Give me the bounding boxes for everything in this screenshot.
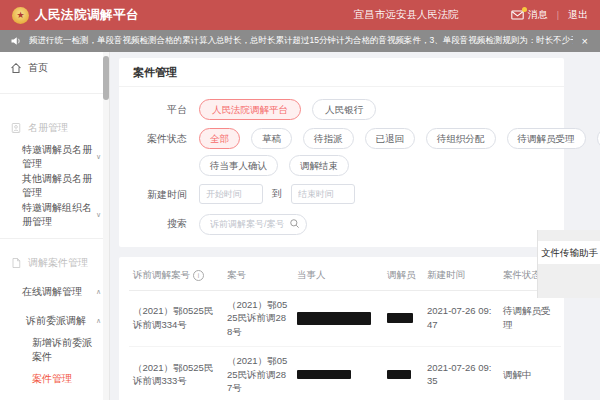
home-icon <box>10 62 22 74</box>
created-time-label: 新建时间 <box>131 184 187 205</box>
table-header-row: 诉前调解案号i 案号 当事人 调解员 新建时间 案件状态 <box>129 261 561 291</box>
sidebar-item-online-mediation-management[interactable]: 在线调解管理 ∧ <box>0 277 109 306</box>
sidebar-item-invited-mediator-roster[interactable]: 特邀调解员名册管理 ∨ <box>0 142 109 171</box>
redacted-party <box>297 370 351 379</box>
main-content: 案件管理 平台 人民法院调解平台 人民银行 案件状态 全部 草稿 待指派 已退回 <box>110 52 600 400</box>
status-chip-returned[interactable]: 已退回 <box>365 128 416 149</box>
end-time-input[interactable] <box>291 184 355 204</box>
col-created: 新建时间 <box>423 261 499 291</box>
col-case-no: 案号 <box>223 261 293 291</box>
status-chip-finished[interactable]: 调解结束 <box>289 155 349 176</box>
app-header: ★ 人民法院调解平台 宜昌市远安县人民法院 消息 | 退出 <box>0 0 600 30</box>
cell-case-no: （2021）鄂0525民诉前调287号 <box>223 346 293 400</box>
sidebar-nav: 首页 名册管理 特邀调解员名册管理 ∨ 其他调解员名册管理 特邀调解组织名册管理… <box>0 52 110 400</box>
app-title: 人民法院调解平台 <box>35 7 139 24</box>
cell-case-no: （2021）鄂0525民诉前调288号 <box>223 290 293 346</box>
table-row[interactable]: （2021）鄂0525民诉前调334号 （2021）鄂0525民诉前调288号 … <box>129 290 561 346</box>
chevron-up-icon: ∧ <box>96 317 101 324</box>
roster-icon <box>10 122 22 134</box>
sidebar-item-pre-litigation-mediation[interactable]: 诉前委派调解 ∧ <box>0 306 109 335</box>
notice-close-icon[interactable]: × <box>580 35 590 47</box>
sidebar-item-other-mediator-roster[interactable]: 其他调解员名册管理 <box>0 171 109 200</box>
page-title: 案件管理 <box>119 58 564 87</box>
status-filter-row: 案件状态 全部 草稿 待指派 已退回 待组织分配 待调解员受理 调解中 待当事人… <box>131 128 564 176</box>
sidebar-section-roster-management[interactable]: 名册管理 <box>0 113 109 142</box>
national-emblem-icon: ★ <box>12 7 29 24</box>
logout-button[interactable]: 退出 <box>568 8 588 22</box>
filters: 平台 人民法院调解平台 人民银行 案件状态 全部 草稿 待指派 已退回 待组织分… <box>119 87 564 247</box>
search-label: 搜索 <box>131 213 187 234</box>
sidebar-scrollbar-thumb[interactable] <box>103 56 109 100</box>
chevron-up-icon: ∧ <box>96 288 101 295</box>
status-chip-pending-org[interactable]: 待组织分配 <box>426 128 496 149</box>
status-chip-to-assign[interactable]: 待指派 <box>303 128 354 149</box>
sidebar-divider <box>0 93 109 94</box>
sidebar-item-new-pre-litigation-case[interactable]: 新增诉前委派案件 <box>0 335 109 364</box>
search-icon[interactable] <box>289 218 300 229</box>
chevron-down-icon: ∨ <box>96 211 101 218</box>
status-label: 案件状态 <box>131 128 187 149</box>
court-name: 宜昌市远安县人民法院 <box>354 8 459 22</box>
speaker-icon <box>10 35 22 47</box>
case-table: 诉前调解案号i 案号 当事人 调解员 新建时间 案件状态 （2021）鄂0525… <box>129 261 561 400</box>
cell-party <box>293 346 383 400</box>
file-transfer-window[interactable]: 文件传输助手 <box>537 230 600 298</box>
info-icon[interactable]: i <box>193 270 204 281</box>
status-chip-all[interactable]: 全部 <box>199 128 240 149</box>
sidebar-item-home[interactable]: 首页 <box>0 52 109 84</box>
cell-pre-case-no: （2021）鄂0525民诉前调334号 <box>129 290 223 346</box>
cell-status: 调解中 <box>499 346 561 400</box>
sidebar-item-filing-mediation[interactable]: 立案调解 ∨ <box>0 393 109 400</box>
col-mediator: 调解员 <box>383 261 423 291</box>
messages-button[interactable]: 消息 <box>511 8 548 22</box>
envelope-icon <box>511 10 524 20</box>
created-time-filter-row: 新建时间 到 <box>131 184 564 205</box>
status-chip-pending-mediator[interactable]: 待调解员受理 <box>507 128 586 149</box>
cell-pre-case-no: （2021）鄂0525民诉前调333号 <box>129 346 223 400</box>
cell-created: 2021-07-26 09:35 <box>423 346 499 400</box>
cell-status: 待调解员受理 <box>499 290 561 346</box>
sidebar-divider <box>0 238 109 239</box>
document-icon <box>10 257 22 269</box>
platform-filter-row: 平台 人民法院调解平台 人民银行 <box>131 99 564 120</box>
status-chip-pending-party-confirm[interactable]: 待当事人确认 <box>199 155 278 176</box>
file-transfer-title: 文件传输助手 <box>538 241 600 264</box>
messages-label: 消息 <box>528 8 548 22</box>
redacted-mediator <box>387 313 413 323</box>
platform-label: 平台 <box>131 99 187 120</box>
sidebar-scrollbar <box>103 52 109 400</box>
start-time-input[interactable] <box>199 184 263 204</box>
status-chip-mediating[interactable]: 调解中 <box>597 128 600 149</box>
sidebar-section-mediation-case-management[interactable]: 调解案件管理 <box>0 248 109 277</box>
logout-label: 退出 <box>568 8 588 22</box>
cell-party <box>293 290 383 346</box>
cell-created: 2021-07-26 09:47 <box>423 290 499 346</box>
col-party: 当事人 <box>293 261 383 291</box>
platform-option-bank[interactable]: 人民银行 <box>312 99 376 120</box>
header-divider: | <box>557 10 559 20</box>
notice-text: 频进行统一检测，单段音视频检测合格的累计算入总时长，总时长累计超过15分钟计为合… <box>29 35 573 47</box>
cell-mediator <box>383 346 423 400</box>
case-table-card: 诉前调解案号i 案号 当事人 调解员 新建时间 案件状态 （2021）鄂0525… <box>119 257 564 400</box>
platform-option-court[interactable]: 人民法院调解平台 <box>199 99 301 120</box>
sidebar-item-case-management[interactable]: 案件管理 <box>0 364 109 393</box>
chevron-down-icon: ∨ <box>96 153 101 160</box>
notice-bar: 频进行统一检测，单段音视频检测合格的累计算入总时长，总时长累计超过15分钟计为合… <box>0 30 600 52</box>
unread-badge <box>522 7 527 12</box>
col-pre-case-no: 诉前调解案号i <box>129 261 223 291</box>
status-chip-draft[interactable]: 草稿 <box>251 128 292 149</box>
redacted-party <box>297 312 371 325</box>
to-label: 到 <box>272 184 282 204</box>
cell-mediator <box>383 290 423 346</box>
search-filter-row: 搜索 <box>131 213 564 235</box>
redacted-mediator <box>387 370 411 379</box>
table-row[interactable]: （2021）鄂0525民诉前调333号 （2021）鄂0525民诉前调287号 … <box>129 346 561 400</box>
sidebar-item-invited-org-roster[interactable]: 特邀调解组织名册管理 ∨ <box>0 200 109 229</box>
filter-card: 案件管理 平台 人民法院调解平台 人民银行 案件状态 全部 草稿 待指派 已退回 <box>119 58 564 247</box>
